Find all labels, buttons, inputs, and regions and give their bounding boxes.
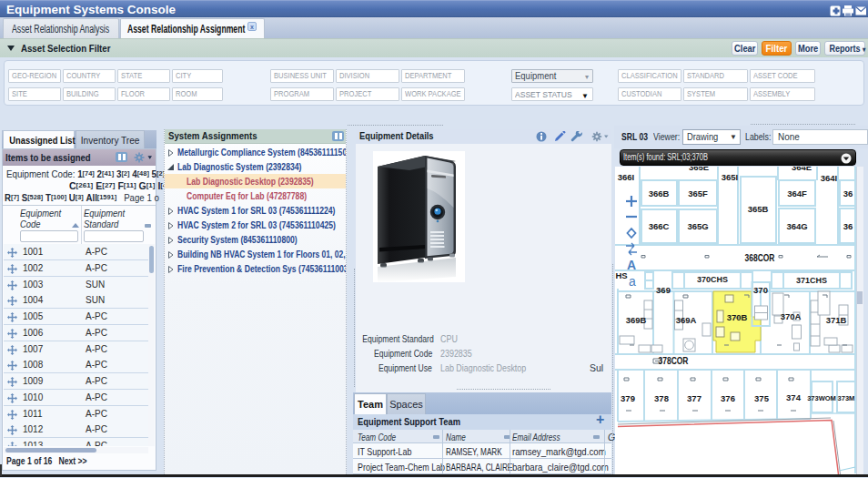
svg-text:373WOM: 373WOM [807, 394, 836, 402]
svg-text:HS: HS [615, 270, 627, 280]
svg-text:369B: 369B [626, 315, 647, 325]
svg-text:364E: 364E [792, 167, 812, 172]
svg-text:A: A [627, 258, 636, 272]
svg-text:364I: 364I [821, 173, 838, 183]
svg-text:378: 378 [654, 393, 669, 403]
svg-text:377: 377 [687, 393, 701, 403]
svg-text:379: 379 [621, 393, 635, 403]
svg-text:374: 374 [786, 392, 802, 402]
svg-text:364F: 364F [787, 188, 807, 198]
svg-text:371CHS: 371CHS [796, 275, 827, 285]
svg-text:366B: 366B [649, 188, 670, 198]
svg-text:365G: 365G [687, 221, 708, 231]
svg-text:368COR: 368COR [745, 252, 775, 263]
svg-text:375: 375 [754, 393, 770, 403]
svg-text:365I: 365I [722, 172, 739, 182]
svg-text:370B: 370B [727, 312, 748, 322]
svg-text:36: 36 [843, 221, 853, 231]
svg-text:36: 36 [843, 188, 853, 198]
svg-text:370CHS: 370CHS [697, 274, 728, 284]
svg-text:370A: 370A [781, 311, 802, 321]
svg-text:365F: 365F [688, 188, 708, 198]
svg-text:365B: 365B [748, 204, 769, 214]
svg-text:369A: 369A [676, 315, 697, 325]
svg-text:378COR: 378COR [659, 355, 689, 366]
svg-text:365E: 365E [689, 167, 709, 172]
svg-text:373M: 373M [838, 394, 855, 402]
svg-text:369: 369 [656, 285, 671, 295]
svg-text:a: a [629, 274, 636, 289]
svg-text:370: 370 [753, 285, 768, 295]
svg-text:376: 376 [721, 393, 735, 403]
svg-text:366C: 366C [649, 221, 670, 231]
svg-text:366I: 366I [618, 172, 635, 182]
svg-text:371B: 371B [826, 315, 847, 325]
svg-text:364G: 364G [786, 221, 807, 231]
